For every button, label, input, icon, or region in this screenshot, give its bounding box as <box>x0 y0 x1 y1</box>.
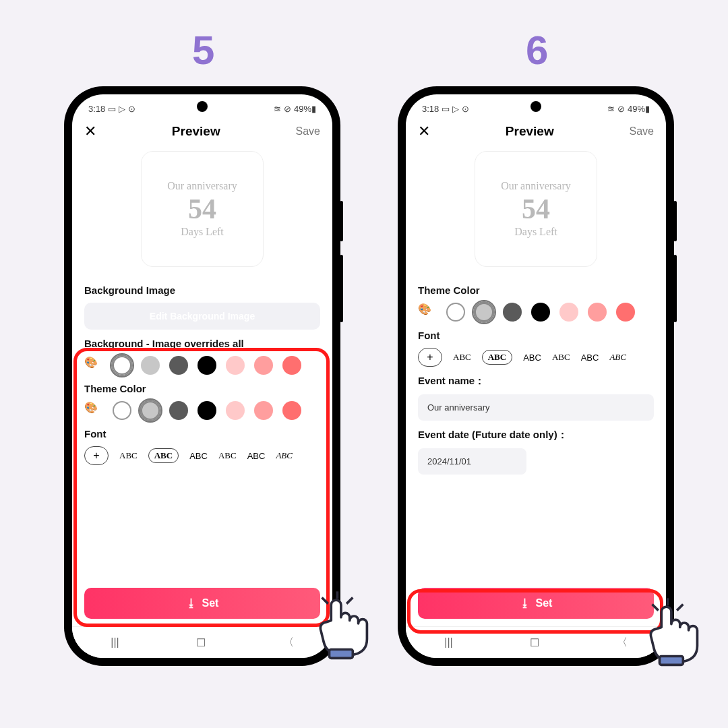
swatch[interactable] <box>282 401 301 420</box>
font-option[interactable]: ABC <box>523 353 541 363</box>
swatch[interactable] <box>113 401 131 420</box>
phone-frame-left: 3:18▭ ▷ ⊙ ≋⊘ 49%▮ ✕ Preview Save Our ann… <box>64 86 340 666</box>
background-label: Background - Image overrides all <box>84 338 320 349</box>
preview-widget: Our anniversary 54 Days Left <box>475 151 597 267</box>
svg-line-7 <box>677 605 683 611</box>
svg-line-5 <box>653 605 659 611</box>
font-option[interactable]: ABC <box>119 450 138 461</box>
background-image-label: Background Image <box>84 284 320 296</box>
swatch[interactable] <box>169 356 188 375</box>
set-button[interactable]: ⭳ Set <box>418 588 654 619</box>
svg-line-1 <box>322 598 328 604</box>
step-number-6: 6 <box>526 27 548 73</box>
font-option-selected[interactable]: ABC <box>148 448 179 463</box>
theme-swatches: 🎨 <box>418 303 654 322</box>
svg-line-3 <box>346 598 353 604</box>
event-name-label: Event name： <box>418 375 654 388</box>
android-navbar[interactable]: ||| ☐ 〈 <box>406 626 666 658</box>
swatch[interactable] <box>559 303 578 322</box>
font-option-selected[interactable]: ABC <box>482 350 512 365</box>
close-icon[interactable]: ✕ <box>418 124 430 139</box>
background-swatches: 🎨 <box>84 356 320 375</box>
add-font-button[interactable]: + <box>418 348 442 367</box>
palette-icon[interactable]: 🎨 <box>84 401 103 420</box>
palette-icon[interactable]: 🎨 <box>418 303 437 322</box>
home-icon[interactable]: ☐ <box>530 636 539 649</box>
event-date-field[interactable]: 2024/11/01 <box>418 448 526 475</box>
add-font-button[interactable]: + <box>84 446 109 465</box>
font-options: + ABC ABC ABC ABC ABC ABC <box>418 348 654 367</box>
step-number-5: 5 <box>192 27 214 73</box>
swatch[interactable] <box>254 401 273 420</box>
recents-icon[interactable]: ||| <box>444 636 452 648</box>
home-icon[interactable]: ☐ <box>196 636 206 649</box>
set-button[interactable]: ⭳ Set <box>84 588 320 619</box>
page-title: Preview <box>506 124 554 139</box>
swatch[interactable] <box>141 356 160 375</box>
font-option[interactable]: ABC <box>247 451 266 461</box>
tap-hand-icon <box>303 586 377 661</box>
swatch[interactable] <box>198 401 216 420</box>
swatch[interactable] <box>616 303 635 322</box>
font-options: + ABC ABC ABC ABC ABC ABC <box>84 446 320 465</box>
edit-background-button[interactable]: Edit Background Image <box>84 303 320 330</box>
swatch[interactable] <box>446 303 465 322</box>
recents-icon[interactable]: ||| <box>111 636 119 648</box>
swatch-white[interactable] <box>113 356 131 375</box>
back-icon[interactable]: 〈 <box>617 636 628 650</box>
swatch[interactable] <box>198 356 216 375</box>
font-label: Font <box>418 330 654 341</box>
swatch[interactable] <box>169 401 188 420</box>
save-button[interactable]: Save <box>296 125 320 138</box>
font-option[interactable]: ABC <box>189 451 208 461</box>
swatch-selected[interactable] <box>141 401 160 420</box>
font-label: Font <box>84 428 320 439</box>
swatch[interactable] <box>588 303 607 322</box>
palette-icon[interactable]: 🎨 <box>84 356 103 375</box>
swatch[interactable] <box>531 303 550 322</box>
swatch[interactable] <box>226 401 245 420</box>
font-option[interactable]: ABC <box>581 353 599 363</box>
svg-rect-0 <box>330 650 353 659</box>
font-option[interactable]: ABC <box>218 450 237 461</box>
back-icon[interactable]: 〈 <box>283 636 294 650</box>
phone-frame-right: 3:18▭ ▷ ⊙ ≋⊘ 49%▮ ✕ Preview Save Our ann… <box>398 86 674 666</box>
swatch[interactable] <box>226 356 245 375</box>
page-title: Preview <box>172 124 220 139</box>
swatch[interactable] <box>503 303 522 322</box>
preview-widget: Our anniversary 54 Days Left <box>141 151 264 267</box>
close-icon[interactable]: ✕ <box>84 124 96 139</box>
download-icon: ⭳ <box>186 597 197 609</box>
theme-color-label: Theme Color <box>418 284 654 296</box>
font-option[interactable]: ABC <box>609 352 626 363</box>
download-icon: ⭳ <box>520 597 530 609</box>
font-option[interactable]: ABC <box>552 352 570 363</box>
swatch[interactable] <box>254 356 273 375</box>
event-date-label: Event date (Future date only)： <box>418 429 654 442</box>
theme-swatches: 🎨 <box>84 401 320 420</box>
camera-notch <box>530 101 541 112</box>
save-button[interactable]: Save <box>630 125 654 138</box>
tap-hand-icon <box>634 593 708 667</box>
svg-rect-4 <box>660 657 684 665</box>
font-option[interactable]: ABC <box>453 352 471 363</box>
android-navbar[interactable]: ||| ☐ 〈 <box>72 626 332 658</box>
font-option[interactable]: ABC <box>276 450 293 461</box>
camera-notch <box>197 101 208 112</box>
event-name-field[interactable]: Our anniversary <box>418 394 654 421</box>
theme-color-label: Theme Color <box>84 383 320 394</box>
swatch[interactable] <box>282 356 301 375</box>
swatch-selected[interactable] <box>475 303 493 322</box>
